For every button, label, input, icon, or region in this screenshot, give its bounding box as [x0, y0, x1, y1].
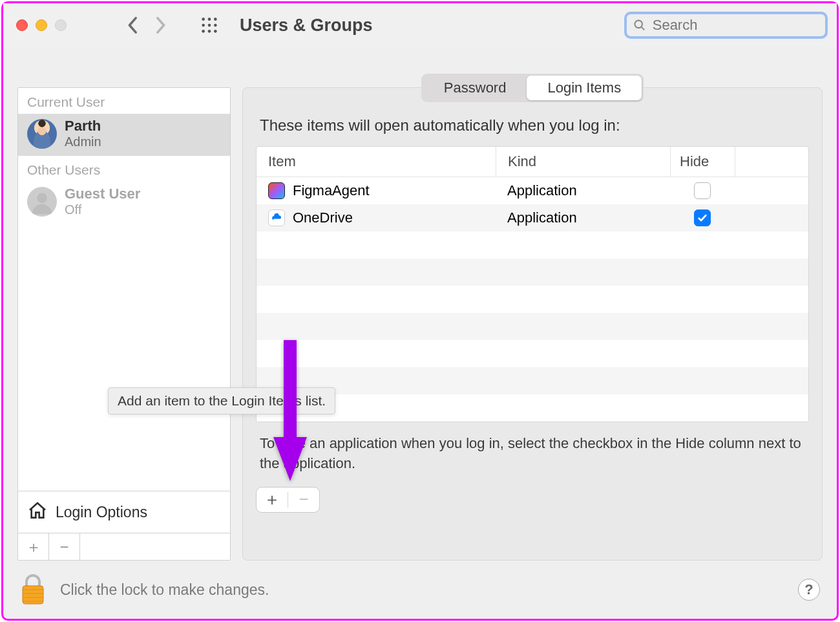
svg-rect-17 — [284, 340, 297, 437]
close-window-button[interactable] — [16, 19, 28, 31]
login-items-add-remove: ＋ − — [256, 487, 320, 513]
svg-point-8 — [214, 30, 217, 33]
lock-button[interactable] — [20, 573, 46, 606]
user-name: Guest User — [65, 186, 140, 202]
remove-user-button[interactable]: − — [49, 533, 80, 560]
user-name: Parth — [65, 118, 101, 134]
user-row-current[interactable]: Parth Admin — [18, 114, 230, 156]
table-row — [257, 394, 808, 422]
minimize-window-button[interactable] — [36, 19, 47, 31]
main-panel: Password Login Items These items will op… — [242, 87, 823, 561]
item-name: FigmaAgent — [293, 182, 370, 199]
toolbar: Users & Groups — [3, 3, 837, 47]
svg-point-4 — [208, 24, 211, 27]
table-row — [257, 286, 808, 313]
hide-checkbox[interactable] — [694, 209, 711, 226]
home-icon — [27, 500, 48, 524]
app-icon — [268, 209, 285, 226]
section-current-user: Current User — [18, 88, 230, 114]
login-options-button[interactable]: Login Options — [18, 491, 230, 533]
maximize-window-button — [55, 19, 67, 31]
window-title: Users & Groups — [240, 16, 373, 36]
user-role: Admin — [65, 134, 101, 149]
svg-point-6 — [202, 30, 205, 33]
svg-point-3 — [202, 24, 205, 27]
item-kind: Application — [496, 182, 670, 199]
search-icon — [633, 18, 646, 32]
users-sidebar: Current User Parth Admin Other Users Gue… — [17, 87, 231, 561]
tab-login-items[interactable]: Login Items — [527, 76, 642, 100]
back-button[interactable] — [121, 13, 145, 38]
remove-login-item-button[interactable]: − — [288, 488, 319, 512]
col-item[interactable]: Item — [257, 147, 496, 177]
search-input[interactable] — [653, 17, 819, 34]
table-row — [257, 231, 808, 259]
forward-button — [148, 13, 173, 38]
login-options-label: Login Options — [56, 504, 147, 521]
svg-point-1 — [208, 17, 211, 21]
annotation-arrow-icon — [271, 340, 310, 485]
table-row — [257, 340, 808, 367]
tabs: Password Login Items — [421, 74, 644, 102]
col-hide[interactable]: Hide — [670, 147, 735, 177]
window-controls — [16, 19, 67, 31]
hide-checkbox[interactable] — [694, 182, 711, 199]
svg-point-5 — [214, 24, 217, 27]
table-row[interactable]: OneDriveApplication — [257, 204, 808, 231]
avatar — [27, 187, 57, 217]
add-user-button[interactable]: ＋ — [18, 533, 49, 560]
svg-line-10 — [641, 27, 644, 30]
svg-point-2 — [214, 17, 217, 21]
help-button[interactable]: ? — [798, 579, 820, 601]
sidebar-add-remove: ＋ − — [18, 533, 230, 560]
show-all-button[interactable] — [198, 14, 220, 36]
lock-hint: Click the lock to make changes. — [60, 581, 269, 599]
app-icon — [268, 182, 285, 199]
svg-point-11 — [37, 193, 47, 202]
table-row — [257, 367, 808, 394]
table-row — [257, 259, 808, 286]
footer: Click the lock to make changes. ? — [3, 561, 837, 619]
table-header: Item Kind Hide — [257, 147, 808, 177]
user-row-guest[interactable]: Guest User Off — [18, 182, 230, 224]
item-name: OneDrive — [293, 209, 353, 226]
item-kind: Application — [496, 209, 670, 226]
section-other-users: Other Users — [18, 156, 230, 182]
col-kind[interactable]: Kind — [496, 147, 670, 177]
svg-point-9 — [635, 21, 642, 28]
user-role: Off — [65, 202, 140, 217]
table-row[interactable]: FigmaAgentApplication — [257, 177, 808, 204]
search-field[interactable] — [624, 12, 828, 39]
avatar — [27, 119, 57, 149]
svg-point-0 — [202, 17, 205, 21]
table-row — [257, 313, 808, 340]
login-items-heading: These items will open automatically when… — [260, 116, 805, 134]
add-login-item-button[interactable]: ＋ — [257, 488, 288, 512]
nav-arrows — [121, 13, 173, 38]
svg-point-7 — [208, 30, 211, 33]
tab-password[interactable]: Password — [423, 76, 527, 100]
hide-hint: To hide an application when you log in, … — [260, 434, 805, 474]
login-items-table: Item Kind Hide FigmaAgentApplicationOneD… — [256, 146, 809, 422]
